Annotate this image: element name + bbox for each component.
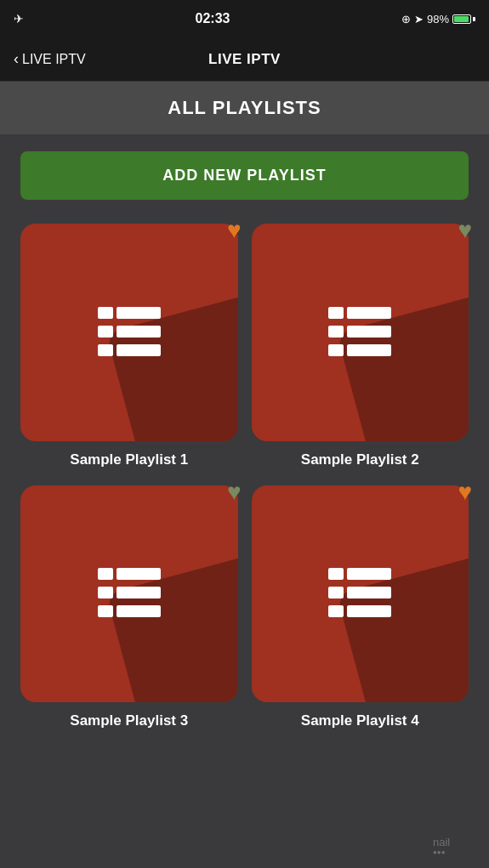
playlist-item-1[interactable]: ♥ Sample Playlist 1 — [20, 224, 238, 468]
list-icon-3 — [91, 564, 168, 623]
svg-rect-15 — [117, 587, 161, 599]
svg-rect-9 — [347, 326, 391, 338]
svg-rect-10 — [328, 344, 344, 356]
list-icon-2 — [321, 303, 398, 362]
playlist-icon-wrap-1: ♥ — [20, 224, 238, 441]
content-area: ADD NEW PLAYLIST ♥ Sample Playlis — [0, 134, 489, 868]
battery-percent: 98% — [427, 13, 449, 26]
playlist-item-3[interactable]: ♥ Sample Playlist 3 — [20, 485, 238, 730]
svg-rect-12 — [98, 568, 113, 580]
svg-rect-23 — [347, 605, 391, 617]
playlist-icon-bg-2 — [252, 224, 469, 441]
playlist-label-3: Sample Playlist 3 — [70, 712, 188, 729]
page-header: ALL PLAYLISTS — [0, 82, 489, 134]
svg-rect-19 — [347, 568, 391, 580]
nav-bar: ‹ LIVE IPTV LIVE IPTV — [0, 37, 489, 82]
back-label: LIVE IPTV — [22, 52, 86, 67]
playlist-icon-bg-3 — [20, 485, 238, 703]
svg-rect-1 — [117, 307, 161, 319]
watermark-logo: nail ●●● — [433, 829, 475, 854]
add-button-label: ADD NEW PLAYLIST — [162, 167, 326, 184]
svg-rect-16 — [98, 605, 113, 617]
svg-rect-5 — [117, 344, 161, 356]
playlist-label-4: Sample Playlist 4 — [301, 712, 419, 729]
playlist-item-4[interactable]: ♥ Sample Playlist 4 — [252, 485, 469, 730]
playlist-label-1: Sample Playlist 1 — [70, 451, 188, 468]
playlist-icon-wrap-4: ♥ — [252, 485, 469, 703]
airplane-icon: ✈ — [14, 12, 24, 26]
svg-text:nail: nail — [433, 836, 450, 848]
heart-badge-1: ♥ — [227, 217, 242, 244]
status-time: 02:33 — [196, 11, 230, 26]
list-icon-1 — [91, 303, 168, 362]
svg-rect-21 — [347, 587, 391, 599]
svg-rect-0 — [98, 307, 113, 319]
add-playlist-button[interactable]: ADD NEW PLAYLIST — [20, 151, 469, 200]
chevron-left-icon: ‹ — [14, 50, 19, 68]
svg-rect-22 — [328, 605, 344, 617]
location-icon: ➤ — [414, 13, 424, 26]
status-bar: ✈ 02:33 ⊕ ➤ 98% — [0, 0, 489, 37]
svg-rect-2 — [98, 326, 113, 338]
svg-rect-17 — [117, 605, 161, 617]
playlist-item-2[interactable]: ♥ Sample Playlist 2 — [252, 224, 469, 468]
svg-text:●●●: ●●● — [433, 848, 446, 854]
nav-title: LIVE IPTV — [208, 51, 281, 68]
page-title: ALL PLAYLISTS — [168, 97, 321, 118]
svg-rect-14 — [98, 587, 113, 599]
svg-rect-13 — [117, 568, 161, 580]
playlist-icon-wrap-3: ♥ — [20, 485, 238, 703]
battery-icon — [452, 14, 475, 24]
lock-icon: ⊕ — [401, 13, 411, 26]
playlist-grid: ♥ Sample Playlist 1 ♥ — [20, 224, 469, 729]
svg-rect-18 — [328, 568, 344, 580]
svg-rect-7 — [347, 307, 391, 319]
playlist-icon-bg-1 — [20, 224, 238, 441]
svg-rect-8 — [328, 326, 344, 338]
svg-rect-3 — [117, 326, 161, 338]
svg-rect-11 — [347, 344, 391, 356]
svg-rect-4 — [98, 344, 113, 356]
svg-rect-20 — [328, 587, 344, 599]
heart-badge-2: ♥ — [458, 217, 472, 244]
status-left: ✈ — [14, 12, 24, 26]
back-button[interactable]: ‹ LIVE IPTV — [14, 50, 86, 68]
status-right: ⊕ ➤ 98% — [401, 13, 475, 26]
playlist-label-2: Sample Playlist 2 — [301, 451, 419, 468]
watermark: nail ●●● — [433, 829, 475, 858]
heart-badge-3: ♥ — [227, 479, 242, 506]
heart-badge-4: ♥ — [458, 479, 472, 506]
svg-rect-6 — [328, 307, 344, 319]
playlist-icon-wrap-2: ♥ — [252, 224, 469, 441]
list-icon-4 — [321, 564, 398, 623]
playlist-icon-bg-4 — [252, 485, 469, 703]
